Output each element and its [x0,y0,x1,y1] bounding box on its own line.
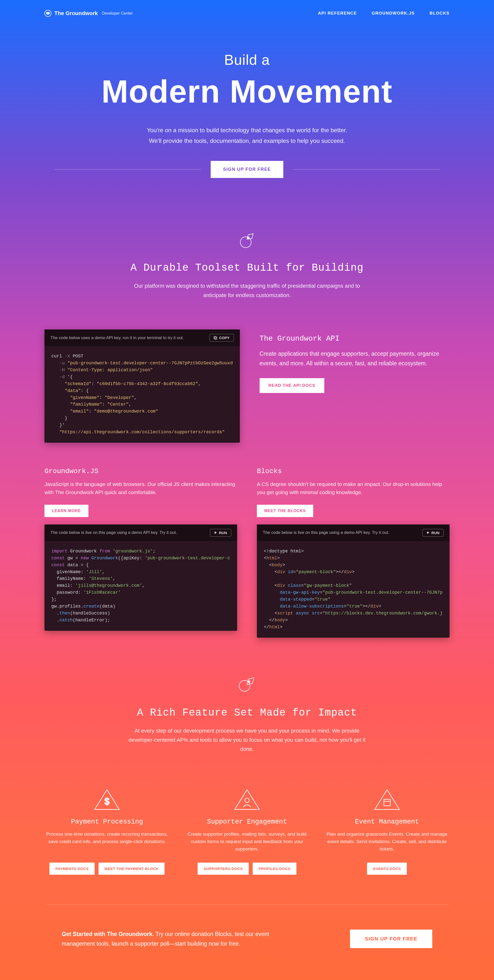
api-code-block: The code below uses a demo API key, run … [44,329,240,443]
nav-links: API REFERENCE GROUNDWORK.JS BLOCKS [318,11,450,16]
feature-title: Event Management [324,818,450,826]
rule-right [293,169,440,170]
cta-signup-button[interactable]: SIGN UP FOR FREE [350,929,432,948]
api-code-body: curl -X POST -u "pub-groundwork-test.dev… [44,346,240,443]
toolset-title: A Durable Toolset Built for Building [44,262,450,274]
features-desc: At every step of our development process… [124,726,370,754]
hero-prefix: Build a [44,51,450,68]
meet-blocks-button[interactable]: MEET THE BLOCKS [257,505,313,517]
blocks-col: Blocks A CS degree shouldn't be required… [257,468,450,638]
blocks-code-block: The code below is live on this page usin… [257,525,450,638]
gwjs-code-block: The code below is live on this page usin… [44,525,237,631]
svg-point-7 [245,798,249,803]
signup-button[interactable]: SIGN UP FOR FREE [211,161,283,178]
hero-title: Modern Movement [44,73,450,110]
learn-more-button[interactable]: LEARN MORE [44,505,89,517]
hero-desc-1: You're on a mission to build technology … [44,125,450,135]
svg-point-0 [240,237,251,248]
svg-point-5 [248,681,250,682]
svg-text:$: $ [105,796,110,807]
toolset-section: A Durable Toolset Built for Building Our… [0,208,494,320]
copy-button[interactable]: COPY [210,334,234,342]
divider [44,904,450,905]
profiles-docs-button[interactable]: PROFILES DOCS [253,862,296,875]
cta-row: Get Started with The Groundwork. Try our… [0,920,494,958]
svg-point-1 [247,237,249,239]
api-desc: Create applications that engage supporte… [260,349,450,368]
events-docs-button[interactable]: EVENTS DOCS [367,862,407,875]
feature-title: Payment Processing [44,818,170,826]
payments-docs-button[interactable]: PAYMENTS DOCS [49,862,95,875]
svg-rect-2 [214,336,216,339]
logo-icon [44,10,51,17]
brand-logo[interactable]: The Groundwork Developer Center [44,10,133,17]
svg-rect-8 [384,799,390,806]
hero-desc-2: We'll provide the tools, documentation, … [44,135,450,146]
play-icon [427,531,429,534]
blocks-code-body: <!doctype html> <html> <body> <div id="p… [257,541,450,638]
nav-link-api[interactable]: API REFERENCE [318,11,357,16]
gwjs-col: Groundwork.JS JavaScript is the language… [44,468,237,638]
brand-subtitle: Developer Center [102,11,133,16]
calendar-triangle-icon [373,788,400,811]
api-row: The code below uses a demo API key, run … [0,320,494,453]
nav-link-blocks[interactable]: BLOCKS [429,11,450,16]
features-row: $ Payment Processing Process one-time do… [0,774,494,889]
gwjs-code-caption: The code below is live on this page usin… [50,530,177,535]
blocks-code-caption: The code below is live on this page usin… [263,530,389,535]
feature-desc: Plan and organize grassroots Events. Cre… [324,830,450,854]
feature-event: Event Management Plan and organize grass… [324,788,450,875]
feature-supporter: Supporter Engagement Create supporter pr… [184,788,310,875]
blocks-desc: A CS degree shouldn't be required to mak… [257,480,450,497]
feature-desc: Create supporter profiles, mailing lists… [184,830,310,854]
feature-desc: Process one-time donations, create recur… [44,830,170,854]
api-title: The Groundwork API [260,334,450,343]
feature-title: Supporter Engagement [184,818,310,826]
svg-rect-3 [214,337,217,339]
toolset-icon [235,228,259,252]
run-button-blocks[interactable]: RUN [423,529,444,536]
rule-left [54,169,201,170]
top-nav: The Groundwork Developer Center API REFE… [0,0,494,27]
two-col-section: Groundwork.JS JavaScript is the language… [0,453,494,652]
play-icon [214,531,217,534]
run-button-gwjs[interactable]: RUN [210,529,232,536]
toolset-desc: Our platform was desgined to withstand t… [124,281,370,300]
api-docs-button[interactable]: READ THE API DOCS [260,378,324,393]
gwjs-title: Groundwork.JS [44,468,237,475]
blocks-title: Blocks [257,468,450,475]
api-code-caption: The code below uses a demo API key, run … [50,336,184,340]
payment-block-button[interactable]: MEET THE PAYMENT BLOCK [98,862,165,875]
dollar-triangle-icon: $ [94,788,121,811]
gwjs-code-body: import Groundwork from 'groundwork.js'; … [44,541,237,631]
hero-section: Build a Modern Movement You're on a miss… [0,27,494,208]
cta-bold: Get Started with The Groundwork. [62,931,154,937]
gwjs-desc: JavaScript is the language of web browse… [44,480,237,497]
features-title: A Rich Feature Set Made for Impact [44,707,450,719]
api-text: The Groundwork API Create applications t… [260,329,450,393]
brand-name: The Groundwork [54,10,98,17]
copy-icon [214,336,217,340]
features-icon [235,672,259,697]
person-triangle-icon [233,788,261,811]
feature-payment: $ Payment Processing Process one-time do… [44,788,170,875]
nav-link-gwjs[interactable]: GROUNDWORK.JS [372,11,415,16]
cta-text: Get Started with The Groundwork. Try our… [62,929,284,948]
supporters-docs-button[interactable]: SUPPORTERS DOCS [198,862,248,875]
features-section-header: A Rich Feature Set Made for Impact At ev… [0,652,494,774]
